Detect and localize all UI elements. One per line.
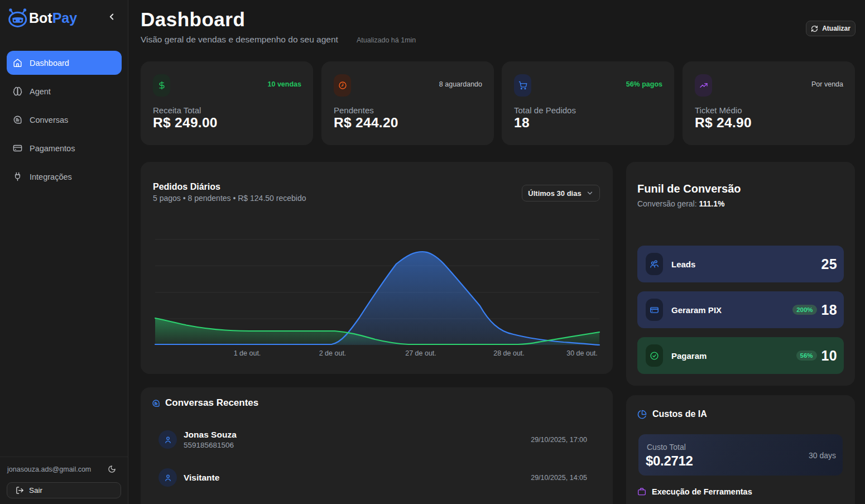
- svg-text:28 de out.: 28 de out.: [493, 349, 525, 357]
- svg-text:27 de out.: 27 de out.: [405, 349, 436, 357]
- svg-text:2 de out.: 2 de out.: [319, 349, 347, 357]
- svg-text:30 de out.: 30 de out.: [566, 349, 598, 357]
- svg-text:1 de out.: 1 de out.: [234, 349, 261, 357]
